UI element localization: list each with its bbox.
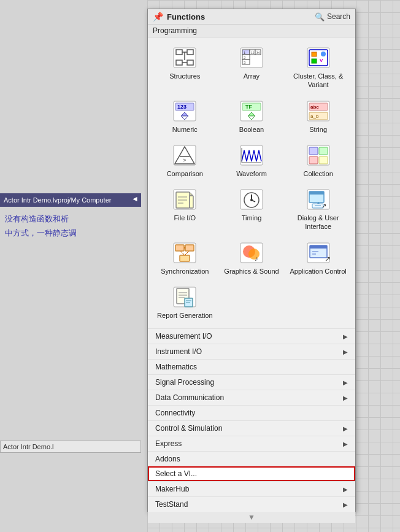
icon-label-structures: Structures xyxy=(169,72,200,80)
submenu-item-mathematics[interactable]: Mathematics xyxy=(148,359,355,374)
background-text-area: 没有构造函数和析 中方式，一种静态调 xyxy=(0,207,141,245)
submenu-label-selectvi: Select a VI... xyxy=(155,469,197,478)
icon-label-array: Array xyxy=(244,72,260,80)
svg-text:12: 12 xyxy=(251,51,255,55)
background-close-btn[interactable]: ◄ xyxy=(131,195,139,203)
icon-box-collection xyxy=(306,144,331,167)
submenu-label-control: Control & Simulation xyxy=(155,424,222,433)
svg-text:V: V xyxy=(320,58,323,63)
submenu-label-instrument: Instrument I/O xyxy=(155,347,202,356)
submenu-label-teststand: TestStand xyxy=(155,500,188,509)
scroll-indicator: ▼ xyxy=(148,512,355,523)
icon-label-synchronization: Synchronization xyxy=(161,267,209,276)
icon-label-timing: Timing xyxy=(242,214,262,222)
icon-label-dialog: Dialog & User Interface xyxy=(288,214,348,231)
background-title-text: Actor Intr Demo.lvproj/My Computer xyxy=(4,196,111,204)
svg-rect-2 xyxy=(187,50,193,55)
icon-box-structures xyxy=(172,46,197,69)
icon-item-cluster[interactable]: V Cluster, Class, & Variant xyxy=(286,42,350,93)
svg-rect-21 xyxy=(312,52,317,56)
submenu-arrow-data: ▶ xyxy=(343,395,348,401)
submenu-item-addons[interactable]: Addons xyxy=(148,451,355,466)
icon-item-array[interactable]: 1 2 3 12 34 Array xyxy=(220,42,284,93)
submenu-label-addons: Addons xyxy=(155,455,180,463)
submenu-label-measurement: Measurement I/O xyxy=(155,332,212,341)
icon-label-fileio: File I/O xyxy=(174,214,196,222)
submenu-item-signal[interactable]: Signal Processing ▶ xyxy=(148,374,355,390)
icon-label-numeric: Numeric xyxy=(172,125,198,134)
icon-box-array: 1 2 3 12 34 xyxy=(239,46,264,69)
svg-rect-55 xyxy=(190,196,193,208)
icon-item-numeric[interactable]: 123 Numeric xyxy=(153,96,217,137)
submenu-item-data[interactable]: Data Communication ▶ xyxy=(148,390,355,405)
svg-rect-75 xyxy=(180,255,190,261)
icon-item-graphics[interactable]: ♪ Graphics & Sound xyxy=(220,237,284,279)
icon-item-reportgen[interactable]: Report Generation xyxy=(153,282,217,323)
svg-rect-73 xyxy=(185,245,194,251)
icon-item-string[interactable]: abc a_b String xyxy=(286,96,350,137)
icon-item-timing[interactable]: Timing xyxy=(220,184,284,235)
icon-label-waveform: Waveform xyxy=(236,169,267,178)
submenu-label-connectivity: Connectivity xyxy=(155,409,195,417)
svg-rect-48 xyxy=(309,147,318,155)
icon-label-graphics: Graphics & Sound xyxy=(224,267,279,276)
search-area[interactable]: 🔍 Search xyxy=(315,12,350,21)
bg-text-line2: 中方式，一种静态调 xyxy=(5,226,136,240)
submenu-item-measurement[interactable]: Measurement I/O ▶ xyxy=(148,328,355,344)
svg-rect-72 xyxy=(175,245,184,251)
icon-box-synchronization xyxy=(172,241,197,264)
search-icon: 🔍 xyxy=(315,12,325,21)
icons-grid: Structures 1 2 3 12 34 Array xyxy=(148,37,355,328)
submenu-item-teststand[interactable]: TestStand ▶ xyxy=(148,496,355,512)
submenu-arrow-teststand: ▶ xyxy=(343,501,348,508)
icon-box-comparison: > xyxy=(172,144,197,167)
submenu-item-connectivity[interactable]: Connectivity xyxy=(148,405,355,420)
background-bottom-bar: Actor Intr Demo.l xyxy=(0,441,141,453)
submenu-arrow-control: ▶ xyxy=(343,425,348,432)
svg-point-22 xyxy=(321,52,326,56)
icon-item-waveform[interactable]: Waveform xyxy=(220,140,284,182)
submenu-item-control[interactable]: Control & Simulation ▶ xyxy=(148,420,355,436)
svg-text:↗: ↗ xyxy=(321,202,326,209)
submenu-item-makerhub[interactable]: MakerHub ▶ xyxy=(148,481,355,496)
svg-rect-49 xyxy=(319,147,328,155)
icon-item-collection[interactable]: Collection xyxy=(286,140,350,182)
panel-header: 📌 Functions 🔍 Search xyxy=(148,9,355,25)
functions-panel: 📌 Functions 🔍 Search Programming xyxy=(147,9,356,512)
svg-text:a_b: a_b xyxy=(310,114,319,119)
bg-bottom-label: Actor Intr Demo.l xyxy=(3,443,54,450)
icon-item-synchronization[interactable]: Synchronization xyxy=(153,237,217,279)
svg-rect-4 xyxy=(187,60,193,65)
icon-box-appcontrol: ↗ xyxy=(306,241,331,264)
icon-label-boolean: Boolean xyxy=(239,125,264,134)
svg-rect-50 xyxy=(309,156,318,164)
icon-item-fileio[interactable]: File I/O xyxy=(153,184,217,235)
submenu-item-instrument[interactable]: Instrument I/O ▶ xyxy=(148,344,355,359)
svg-text:abc: abc xyxy=(310,104,319,110)
svg-text:123: 123 xyxy=(177,104,187,110)
pin-icon[interactable]: 📌 xyxy=(153,12,163,21)
submenu-item-express[interactable]: Express ▶ xyxy=(148,436,355,451)
icon-box-graphics: ♪ xyxy=(239,241,264,264)
icon-box-timing xyxy=(239,188,264,211)
submenu-arrow-signal: ▶ xyxy=(343,379,348,386)
icon-item-comparison[interactable]: > Comparison xyxy=(153,140,217,182)
submenu-label-data: Data Communication xyxy=(155,393,224,402)
svg-text:♪: ♪ xyxy=(255,255,258,262)
search-label[interactable]: Search xyxy=(327,12,350,21)
icon-label-collection: Collection xyxy=(304,169,333,178)
submenu-arrow-instrument: ▶ xyxy=(343,349,348,355)
icon-item-structures[interactable]: Structures xyxy=(153,42,217,93)
submenu-arrow-measurement: ▶ xyxy=(343,333,348,340)
icon-item-boolean[interactable]: TF Boolean xyxy=(220,96,284,137)
icon-box-reportgen xyxy=(172,285,197,309)
svg-rect-3 xyxy=(176,60,182,65)
submenu-label-makerhub: MakerHub xyxy=(155,485,189,493)
icon-item-appcontrol[interactable]: ↗ Application Control xyxy=(286,237,350,279)
svg-rect-19 xyxy=(307,48,329,67)
icon-item-dialog[interactable]: ↗ Dialog & User Interface xyxy=(286,184,350,235)
submenu-item-selectvi[interactable]: Select a VI... xyxy=(148,466,355,481)
icon-box-boolean: TF xyxy=(239,99,264,123)
background-title-bar: Actor Intr Demo.lvproj/My Computer ◄ xyxy=(0,193,141,207)
icon-label-cluster: Cluster, Class, & Variant xyxy=(288,72,348,90)
